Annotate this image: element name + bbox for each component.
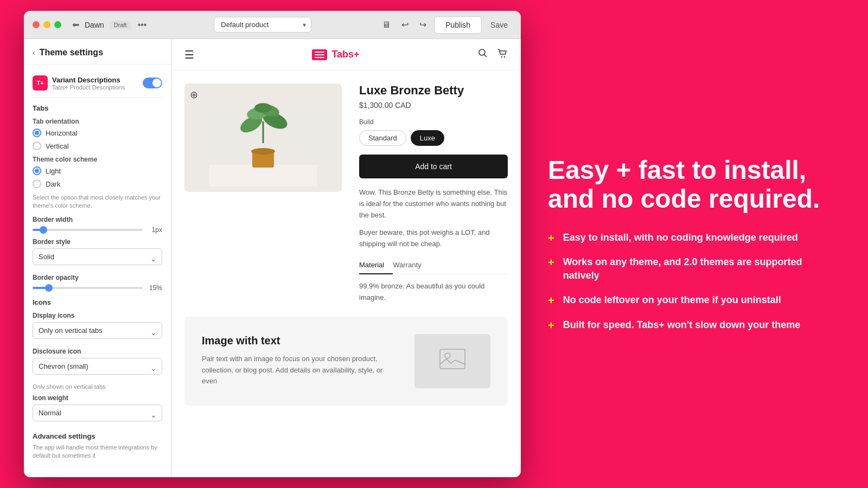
logo-text: Tabs+ <box>331 49 359 60</box>
svg-point-0 <box>479 49 485 55</box>
plant-svg <box>209 89 317 187</box>
sidebar-header: ‹ Theme settings <box>24 39 171 65</box>
publish-button[interactable]: Publish <box>434 16 482 34</box>
zoom-icon[interactable]: ⊕ <box>190 89 198 101</box>
cart-icon[interactable] <box>497 48 508 61</box>
svg-point-13 <box>254 103 272 113</box>
fullscreen-button[interactable] <box>54 21 61 28</box>
svg-point-3 <box>504 56 505 57</box>
promo-text-2: Works on any theme, and 2.0 themes are s… <box>563 255 841 282</box>
icons-section-title: Icons <box>33 298 162 306</box>
promo-text-3: No code leftover on your theme if you un… <box>563 293 781 307</box>
disclosure-icon-label: Disclosure icon <box>33 348 162 355</box>
sidebar-content: T+ Variant Descriptions Tabs+ Product De… <box>24 65 171 467</box>
promo-headline: Easy + fast to install, and no code requ… <box>548 156 841 214</box>
hamburger-icon[interactable]: ☰ <box>184 48 194 61</box>
tab-warranty[interactable]: Warranty <box>393 256 430 274</box>
main-area: ‹ Theme settings T+ Variant Descriptions… <box>24 39 521 477</box>
disclosure-icon-select-wrapper: Chevron (small) Chevron (large) Plus/Min… <box>33 358 162 379</box>
display-icons-label: Display icons <box>33 312 162 319</box>
border-style-select-wrapper: Solid Dashed Dotted None <box>33 248 162 269</box>
add-to-cart-button[interactable]: Add to cart <box>359 155 508 178</box>
search-icon[interactable] <box>477 48 488 61</box>
tab-orientation-label: Tab orientation <box>33 118 162 125</box>
radio-horizontal-label: Horizontal <box>46 129 78 137</box>
build-label: Build <box>359 118 508 126</box>
radio-dark[interactable]: Dark <box>33 179 162 188</box>
sidebar-back-button[interactable]: ‹ <box>33 48 35 57</box>
tab-material[interactable]: Material <box>359 256 393 274</box>
title-bar-left: ⬅ Dawn Draft ••• <box>72 20 146 30</box>
logo-line-1 <box>315 52 324 53</box>
radio-light-circle <box>33 166 41 175</box>
border-opacity-slider-row: 15% <box>33 284 162 292</box>
svg-rect-5 <box>209 165 317 187</box>
opacity-slider-track <box>33 287 143 289</box>
product-section: ⊕ <box>171 70 521 317</box>
promo-text-1: Easy to install, with no coding knowledg… <box>563 231 798 245</box>
product-details: Luxe Bronze Betty $1,300.00 CAD Build St… <box>359 84 508 304</box>
variant-icon: T+ <box>33 75 48 91</box>
more-options-icon[interactable]: ••• <box>138 20 147 30</box>
disclosure-icon-select[interactable]: Chevron (small) Chevron (large) Plus/Min… <box>33 358 162 375</box>
build-option-standard[interactable]: Standard <box>359 130 406 146</box>
border-width-slider-row: 1px <box>33 226 162 234</box>
variant-subtitle: Tabs+ Product Descriptions <box>52 84 125 91</box>
product-desc-2: Buyer beware, this pot weighs a LOT, and… <box>359 227 508 250</box>
close-button[interactable] <box>33 21 40 28</box>
image-placeholder-icon <box>439 348 466 374</box>
draft-badge: Draft <box>110 21 131 29</box>
radio-vertical-circle <box>33 142 41 150</box>
radio-horizontal-circle <box>33 129 41 137</box>
advanced-helper-text: The app will handle most theme integrati… <box>33 444 162 460</box>
logo-line-2 <box>315 54 324 55</box>
tabs-nav: Material Warranty <box>359 256 508 274</box>
border-style-select[interactable]: Solid Dashed Dotted None <box>33 248 162 265</box>
radio-dark-circle <box>33 179 41 188</box>
back-icon[interactable]: ⬅ <box>72 20 79 30</box>
promo-text-4: Built for speed. Tabs+ won't slow down y… <box>563 318 800 332</box>
product-select[interactable]: Default product <box>214 17 311 33</box>
radio-vertical[interactable]: Vertical <box>33 142 162 150</box>
build-option-luxe[interactable]: Luxe <box>411 130 444 146</box>
advanced-settings-title: Advanced settings <box>33 432 162 440</box>
redo-button[interactable]: ↪ <box>416 17 430 32</box>
radio-light[interactable]: Light <box>33 166 162 175</box>
store-logo: Tabs+ <box>312 49 359 60</box>
border-opacity-slider[interactable] <box>33 287 143 289</box>
variant-desc-left: T+ Variant Descriptions Tabs+ Product De… <box>33 75 125 91</box>
minimize-button[interactable] <box>43 21 50 28</box>
variant-name: Variant Descriptions <box>52 76 125 84</box>
icon-weight-select[interactable]: Normal Light Bold <box>33 404 162 421</box>
desktop-view-button[interactable]: 🖥 <box>379 18 394 32</box>
logo-line-3 <box>315 57 324 58</box>
product-price: $1,300.00 CAD <box>359 101 508 110</box>
radio-light-label: Light <box>46 167 61 175</box>
svg-rect-14 <box>440 349 465 369</box>
promo-item-4: + Built for speed. Tabs+ won't slow down… <box>548 318 841 332</box>
icon-weight-label: Icon weight <box>33 394 162 402</box>
color-scheme-group: Light Dark <box>33 166 162 188</box>
opacity-slider-thumb[interactable] <box>45 284 53 292</box>
undo-button[interactable]: ↩ <box>398 17 412 32</box>
tabs-section-title: Tabs <box>33 104 162 112</box>
border-opacity-label: Border opacity <box>33 274 162 281</box>
slider-thumb[interactable] <box>40 226 47 234</box>
border-opacity-value: 15% <box>147 284 162 292</box>
disclosure-helper-text: Only shown on vertical tabs <box>33 383 162 390</box>
mac-window: ⬅ Dawn Draft ••• Default product 🖥 ↩ ↪ P… <box>24 11 521 477</box>
radio-horizontal[interactable]: Horizontal <box>33 129 162 137</box>
display-icons-select-wrapper: Only on vertical tabs Always Never <box>33 322 162 343</box>
sidebar: ‹ Theme settings T+ Variant Descriptions… <box>24 39 171 477</box>
promo-item-1: + Easy to install, with no coding knowle… <box>548 231 841 245</box>
plant-container: ⊕ <box>184 84 342 192</box>
border-width-slider[interactable] <box>33 229 143 231</box>
display-icons-select[interactable]: Only on vertical tabs Always Never <box>33 322 162 339</box>
svg-point-7 <box>251 148 275 155</box>
variant-toggle[interactable] <box>143 78 162 88</box>
promo-item-2: + Works on any theme, and 2.0 themes are… <box>548 255 841 282</box>
iwt-title: Image with text <box>202 335 397 347</box>
save-button[interactable]: Save <box>486 17 512 33</box>
radio-dark-label: Dark <box>46 180 60 188</box>
promo-plus-1: + <box>548 232 554 245</box>
